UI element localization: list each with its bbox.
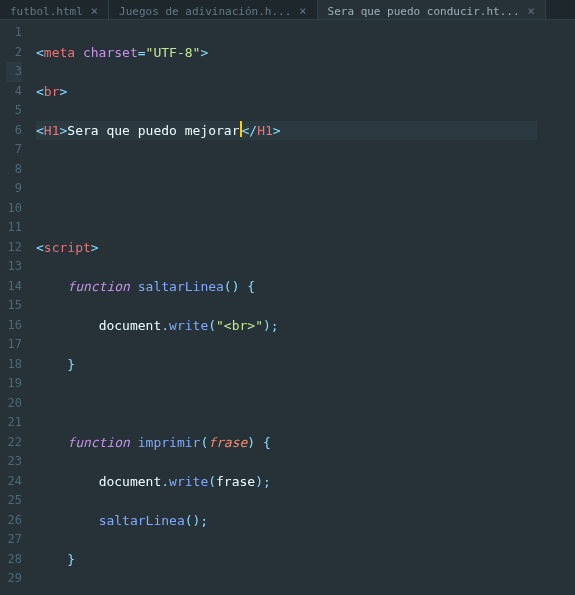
tab-label: Juegos de adivinación.h... bbox=[119, 5, 291, 18]
tab-2[interactable]: Sera que puedo conducir.ht... × bbox=[318, 0, 546, 19]
tab-1[interactable]: Juegos de adivinación.h... × bbox=[109, 0, 317, 19]
close-icon[interactable]: × bbox=[91, 4, 98, 18]
close-icon[interactable]: × bbox=[528, 4, 535, 18]
tab-bar: futbol.html × Juegos de adivinación.h...… bbox=[0, 0, 575, 20]
tab-label: futbol.html bbox=[10, 5, 83, 18]
line-number-gutter: 1 2 3 4 5 6 7 8 9 10 11 12 13 14 15 16 1… bbox=[0, 20, 32, 595]
editor: 1 2 3 4 5 6 7 8 9 10 11 12 13 14 15 16 1… bbox=[0, 20, 575, 595]
tab-label: Sera que puedo conducir.ht... bbox=[328, 5, 520, 18]
close-icon[interactable]: × bbox=[299, 4, 306, 18]
code-area[interactable]: <meta charset="UTF-8"> <br> <H1>Sera que… bbox=[32, 20, 537, 595]
tab-0[interactable]: futbol.html × bbox=[0, 0, 109, 19]
